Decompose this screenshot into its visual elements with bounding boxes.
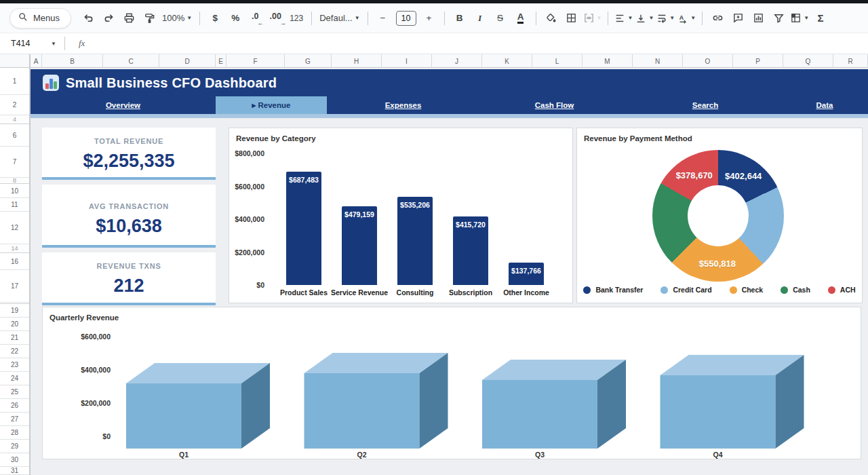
column-header-F[interactable]: F <box>226 54 285 68</box>
column-header-K[interactable]: K <box>482 54 532 68</box>
revenue-by-payment-method-chart[interactable]: Revenue by Payment Method $402,644$550,8… <box>576 128 863 303</box>
row-header-23[interactable]: 23 <box>0 358 29 372</box>
quarterly-revenue-chart[interactable]: Quarterly Revenue $600,000$400,000$200,0… <box>42 307 861 459</box>
print-button[interactable] <box>120 9 138 28</box>
column-header-G[interactable]: G <box>285 54 332 68</box>
create-filter-button[interactable] <box>770 9 787 28</box>
row-header-16[interactable]: 16 <box>0 253 29 270</box>
column-header-O[interactable]: O <box>683 54 733 68</box>
row-header-12[interactable]: 12 <box>0 212 29 244</box>
column-header-N[interactable]: N <box>633 54 683 68</box>
row-header-4[interactable]: 4 <box>0 115 29 124</box>
row-header-17[interactable]: 17 <box>0 270 29 303</box>
select-all-corner[interactable] <box>0 54 31 68</box>
row-header-14[interactable]: 14 <box>0 244 29 253</box>
nav-tab-expenses[interactable]: Expenses <box>327 96 479 114</box>
row-header-10[interactable]: 10 <box>0 184 29 198</box>
column-header-R[interactable]: R <box>833 54 868 68</box>
insert-comment-button[interactable] <box>729 9 747 28</box>
text-wrap-button[interactable]: ▼ <box>656 9 675 28</box>
decrease-font-size-button[interactable]: − <box>374 9 392 28</box>
column-header-M[interactable]: M <box>583 54 633 68</box>
fill-color-button[interactable] <box>542 9 560 28</box>
column-header-L[interactable]: L <box>532 54 583 68</box>
merge-cells-button[interactable]: ▼ <box>583 9 602 28</box>
row-header-22[interactable]: 22 <box>0 345 29 358</box>
nav-tab-search[interactable]: Search <box>629 96 781 114</box>
nav-tab-overview[interactable]: Overview <box>31 96 216 114</box>
insert-chart-button[interactable] <box>749 9 767 28</box>
row-header-2[interactable]: 2 <box>0 95 29 115</box>
bar-value-label: $415,720 <box>445 221 496 229</box>
bold-label: B <box>456 13 463 23</box>
more-formats-button[interactable]: 123 <box>288 9 305 28</box>
column-header-H[interactable]: H <box>332 54 382 68</box>
dashboard-nav: Overview▸ RevenueExpensesCash FlowSearch… <box>31 96 868 114</box>
text-color-button[interactable]: A <box>512 9 530 28</box>
more-formats-label: 123 <box>290 14 303 23</box>
row-header-8[interactable]: 8 <box>0 178 29 184</box>
column-headers: ABCDEFGHIJKLMNOPQR <box>31 54 868 68</box>
vertical-align-button[interactable]: ▼ <box>635 9 654 28</box>
menus-search-button[interactable]: Menus <box>9 8 71 28</box>
row-header-11[interactable]: 11 <box>0 198 29 212</box>
column-header-I[interactable]: I <box>382 54 432 68</box>
column-header-A[interactable]: A <box>31 54 42 68</box>
legend-label: Credit Card <box>673 286 711 294</box>
row-header-30[interactable]: 30 <box>0 453 29 467</box>
row-header-26[interactable]: 26 <box>0 399 29 413</box>
row-header-20[interactable]: 20 <box>0 318 29 331</box>
chevron-down-icon[interactable]: ▼ <box>51 41 56 47</box>
decrease-decimals-button[interactable]: .0← <box>247 9 264 28</box>
font-family-select[interactable]: Defaul...▼ <box>317 13 362 23</box>
row-header-28[interactable]: 28 <box>0 426 29 440</box>
row-header-21[interactable]: 21 <box>0 331 29 345</box>
column-header-C[interactable]: C <box>103 54 159 68</box>
revenue-by-category-chart[interactable]: Revenue by Category $800,000$600,000$400… <box>229 128 573 303</box>
zoom-select[interactable]: 100%▼ <box>159 13 195 23</box>
undo-button[interactable] <box>79 9 97 28</box>
pivot-table-button[interactable]: ▼ <box>790 9 809 28</box>
functions-button[interactable]: Σ <box>812 9 829 28</box>
undo-icon <box>83 12 94 24</box>
row-header-7[interactable]: 7 <box>0 147 29 178</box>
horizontal-align-button[interactable]: ▼ <box>614 9 633 28</box>
toolbar-divider <box>444 12 445 25</box>
format-percent-button[interactable]: % <box>226 9 244 28</box>
row-header-1[interactable]: 1 <box>0 68 29 95</box>
row-header-29[interactable]: 29 <box>0 440 29 453</box>
paint-format-button[interactable] <box>140 9 158 28</box>
nav-tab-cash-flow[interactable]: Cash Flow <box>479 96 629 114</box>
strikethrough-button[interactable]: S <box>492 9 509 28</box>
column-header-D[interactable]: D <box>159 54 216 68</box>
column-header-E[interactable]: E <box>216 54 226 68</box>
text-rotation-button[interactable]: A ▼ <box>677 9 696 28</box>
text-rotation-icon: A <box>677 13 688 24</box>
row-header-31[interactable]: 31 <box>0 467 29 475</box>
insert-link-button[interactable] <box>709 9 726 28</box>
row-header-19[interactable]: 19 <box>0 304 29 318</box>
row-header-24[interactable]: 24 <box>0 372 29 385</box>
font-size-input[interactable]: 10 <box>396 11 416 26</box>
column-header-B[interactable]: B <box>42 54 103 68</box>
column-header-Q[interactable]: Q <box>783 54 833 68</box>
format-currency-button[interactable]: $ <box>206 9 224 28</box>
column-header-J[interactable]: J <box>432 54 482 68</box>
borders-button[interactable] <box>563 9 580 28</box>
bold-button[interactable]: B <box>451 9 469 28</box>
row-header-25[interactable]: 25 <box>0 385 29 399</box>
nav-tab-revenue[interactable]: ▸ Revenue <box>216 96 327 114</box>
row-header-27[interactable]: 27 <box>0 413 29 426</box>
italic-button[interactable]: I <box>471 9 489 28</box>
formula-input[interactable] <box>85 33 868 54</box>
increase-decimals-button[interactable]: .00→ <box>267 9 285 28</box>
slice-value-label: $378,670 <box>676 170 713 180</box>
nav-tab-data[interactable]: Data <box>781 96 868 114</box>
column-header-P[interactable]: P <box>733 54 783 68</box>
name-box[interactable]: T414 <box>0 39 49 48</box>
row-header-6[interactable]: 6 <box>0 124 29 147</box>
redo-button[interactable] <box>100 9 117 28</box>
legend-label: Check <box>742 286 764 294</box>
increase-font-size-button[interactable]: + <box>420 9 438 28</box>
cube-face <box>660 375 776 449</box>
